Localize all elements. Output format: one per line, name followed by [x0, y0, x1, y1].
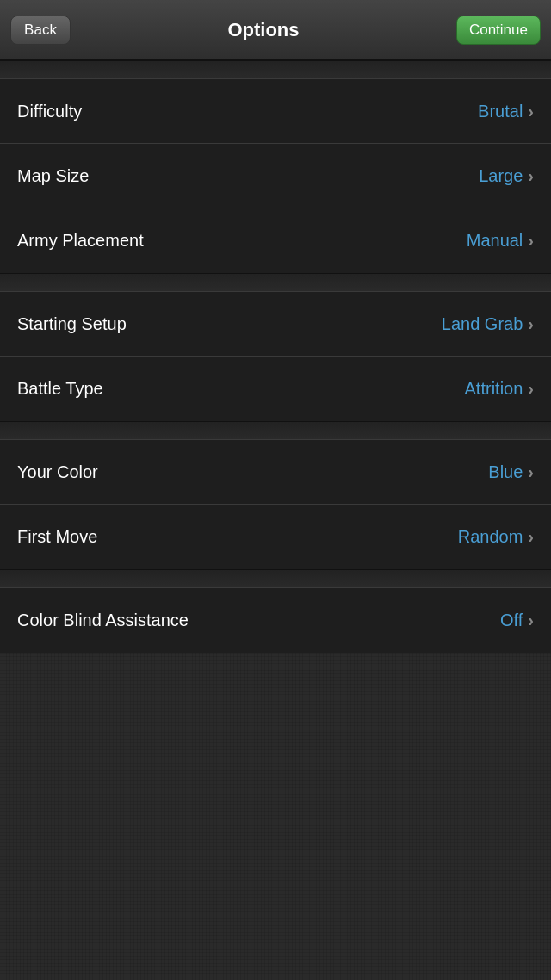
chevron-icon-map-size: ›	[528, 166, 534, 186]
section-gap-group-accessibility	[0, 569, 551, 588]
option-label-army-placement: Army Placement	[17, 231, 144, 251]
option-label-difficulty: Difficulty	[17, 102, 82, 121]
option-value-first-move: Random	[458, 527, 523, 547]
back-button[interactable]: Back	[10, 16, 71, 45]
option-value-container-color-blind-assistance: Off›	[500, 611, 534, 630]
header: Back Options Continue	[0, 0, 551, 60]
option-row-starting-setup[interactable]: Starting SetupLand Grab›	[0, 292, 551, 357]
option-value-container-first-move: Random›	[458, 527, 534, 547]
option-row-color-blind-assistance[interactable]: Color Blind AssistanceOff›	[0, 588, 551, 653]
page-title: Options	[71, 19, 456, 41]
option-value-starting-setup: Land Grab	[442, 314, 523, 334]
section-gap-group-basic	[0, 60, 551, 79]
chevron-icon-difficulty: ›	[528, 102, 534, 121]
options-group-group-setup: Starting SetupLand Grab›Battle TypeAttri…	[0, 292, 551, 421]
chevron-icon-color-blind-assistance: ›	[528, 611, 534, 630]
option-row-army-placement[interactable]: Army PlacementManual›	[0, 208, 551, 273]
option-row-difficulty[interactable]: DifficultyBrutal›	[0, 79, 551, 144]
option-value-your-color: Blue	[488, 462, 523, 482]
option-label-first-move: First Move	[17, 527, 97, 547]
options-group-group-accessibility: Color Blind AssistanceOff›	[0, 588, 551, 653]
option-value-battle-type: Attrition	[465, 379, 523, 399]
continue-button[interactable]: Continue	[456, 16, 541, 45]
options-group-group-color: Your ColorBlue›First MoveRandom›	[0, 440, 551, 569]
option-value-map-size: Large	[479, 166, 523, 186]
option-label-color-blind-assistance: Color Blind Assistance	[17, 611, 189, 630]
option-row-battle-type[interactable]: Battle TypeAttrition›	[0, 357, 551, 421]
option-value-container-difficulty: Brutal›	[478, 102, 534, 121]
options-group-group-basic: DifficultyBrutal›Map SizeLarge›Army Plac…	[0, 79, 551, 273]
option-row-your-color[interactable]: Your ColorBlue›	[0, 440, 551, 505]
section-gap-group-setup	[0, 273, 551, 292]
option-label-starting-setup: Starting Setup	[17, 314, 127, 334]
chevron-icon-army-placement: ›	[528, 231, 534, 251]
options-container: DifficultyBrutal›Map SizeLarge›Army Plac…	[0, 60, 551, 653]
chevron-icon-first-move: ›	[528, 527, 534, 547]
option-value-color-blind-assistance: Off	[500, 611, 523, 630]
option-row-map-size[interactable]: Map SizeLarge›	[0, 144, 551, 208]
option-label-your-color: Your Color	[17, 462, 98, 482]
option-row-first-move[interactable]: First MoveRandom›	[0, 505, 551, 569]
option-value-container-starting-setup: Land Grab›	[442, 314, 534, 334]
chevron-icon-your-color: ›	[528, 462, 534, 482]
option-value-container-army-placement: Manual›	[467, 231, 534, 251]
chevron-icon-battle-type: ›	[528, 379, 534, 399]
section-gap-group-color	[0, 421, 551, 440]
option-value-container-battle-type: Attrition›	[465, 379, 534, 399]
chevron-icon-starting-setup: ›	[528, 314, 534, 334]
option-value-container-your-color: Blue›	[488, 462, 534, 482]
option-label-map-size: Map Size	[17, 166, 89, 186]
option-value-difficulty: Brutal	[478, 102, 523, 121]
option-label-battle-type: Battle Type	[17, 379, 103, 399]
option-value-container-map-size: Large›	[479, 166, 534, 186]
option-value-army-placement: Manual	[467, 231, 523, 251]
